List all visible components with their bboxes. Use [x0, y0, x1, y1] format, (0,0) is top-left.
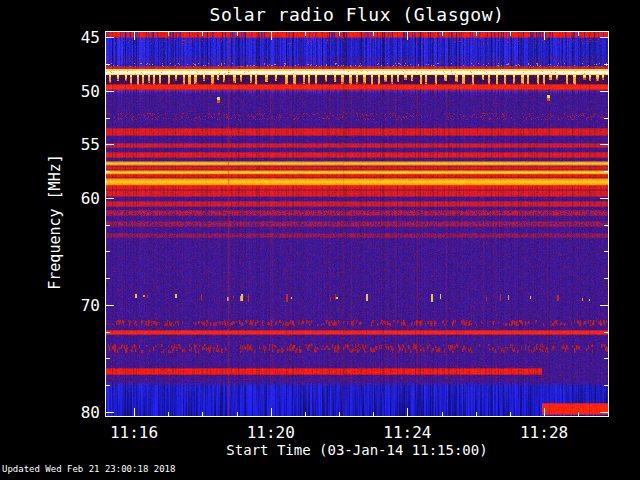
y-tick-label: 55 — [81, 135, 100, 154]
spectrogram-canvas — [105, 31, 609, 417]
y-axis-label: Frequency [MHz] — [46, 154, 64, 289]
x-axis-label: Start Time (03-Jan-14 11:15:00) — [226, 442, 487, 458]
y-tick-label: 45 — [81, 28, 100, 47]
x-tick-label: 11:28 — [520, 423, 568, 442]
x-tick-label: 11:20 — [247, 423, 295, 442]
chart-title: Solar radio Flux (Glasgow) — [210, 4, 505, 25]
y-tick-label: 50 — [81, 81, 100, 100]
solar-radio-spectrogram-figure: Solar radio Flux (Glasgow) Frequency [MH… — [0, 0, 640, 480]
x-tick-label: 11:24 — [383, 423, 431, 442]
x-tick-label: 11:16 — [110, 423, 158, 442]
updated-timestamp: Updated Wed Feb 21 23:00:18 2018 — [2, 464, 175, 474]
y-tick-label: 60 — [81, 188, 100, 207]
y-tick-label: 80 — [81, 402, 100, 421]
y-tick-label: 70 — [81, 295, 100, 314]
